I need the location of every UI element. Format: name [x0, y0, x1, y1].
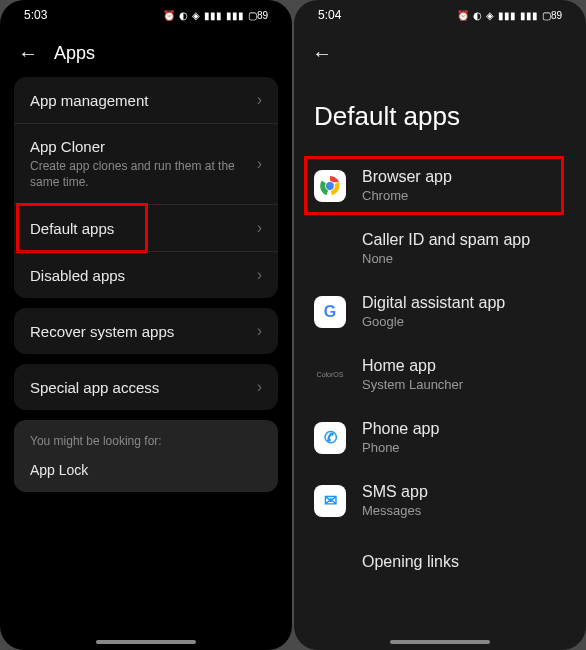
dnd-icon: ◐ [179, 10, 188, 21]
content: App management › App Cloner Create app c… [0, 77, 292, 650]
row-home-app[interactable]: ColorOS Home app System Launcher [294, 343, 586, 406]
phone-icon: ✆ [314, 422, 346, 454]
group-main: App management › App Cloner Create app c… [14, 77, 278, 298]
setting-title: SMS app [362, 483, 566, 501]
content: Browser app Chrome Caller ID and spam ap… [294, 154, 586, 650]
row-sms-app[interactable]: ✉ SMS app Messages [294, 469, 586, 532]
home-indicator[interactable] [390, 640, 490, 644]
coloros-icon: ColorOS [314, 359, 346, 391]
signal-icon-2: ▮▮▮ [520, 10, 538, 21]
setting-title: Phone app [362, 420, 566, 438]
setting-subtitle: None [362, 251, 566, 266]
row-title: Disabled apps [30, 267, 257, 284]
signal-icon-2: ▮▮▮ [226, 10, 244, 21]
row-recover-system-apps[interactable]: Recover system apps › [14, 308, 278, 354]
chevron-right-icon: › [257, 378, 262, 396]
wifi-icon: ◈ [192, 10, 200, 21]
row-title: App Cloner [30, 138, 257, 155]
setting-title: Home app [362, 357, 566, 375]
dnd-icon: ◐ [473, 10, 482, 21]
row-default-apps[interactable]: Default apps › [14, 204, 278, 251]
empty-icon [314, 546, 346, 578]
status-icons: ⏰ ◐ ◈ ▮▮▮ ▮▮▮ ▢89 [163, 10, 268, 21]
suggestion-card: You might be looking for: App Lock [14, 420, 278, 492]
status-icons: ⏰ ◐ ◈ ▮▮▮ ▮▮▮ ▢89 [457, 10, 562, 21]
setting-title: Opening links [362, 553, 566, 571]
back-icon[interactable]: ← [18, 42, 38, 65]
row-title: Special app access [30, 379, 257, 396]
setting-subtitle: System Launcher [362, 377, 566, 392]
row-disabled-apps[interactable]: Disabled apps › [14, 251, 278, 298]
row-caller-id-app[interactable]: Caller ID and spam app None [294, 217, 586, 280]
alarm-icon: ⏰ [163, 10, 175, 21]
header-title: Apps [54, 43, 95, 64]
setting-title: Browser app [362, 168, 566, 186]
row-phone-app[interactable]: ✆ Phone app Phone [294, 406, 586, 469]
row-special-app-access[interactable]: Special app access › [14, 364, 278, 410]
header: ← [294, 30, 586, 77]
status-bar: 5:04 ⏰ ◐ ◈ ▮▮▮ ▮▮▮ ▢89 [294, 0, 586, 30]
row-digital-assistant-app[interactable]: G Digital assistant app Google [294, 280, 586, 343]
chevron-right-icon: › [257, 155, 262, 173]
empty-icon [314, 233, 346, 265]
setting-subtitle: Chrome [362, 188, 566, 203]
sms-icon: ✉ [314, 485, 346, 517]
battery-icon: ▢89 [248, 10, 268, 21]
svg-point-2 [326, 182, 333, 189]
row-title: Recover system apps [30, 323, 257, 340]
setting-title: Caller ID and spam app [362, 231, 566, 249]
row-app-management[interactable]: App management › [14, 77, 278, 123]
signal-icon: ▮▮▮ [498, 10, 516, 21]
group-special: Special app access › [14, 364, 278, 410]
row-app-cloner[interactable]: App Cloner Create app clones and run the… [14, 123, 278, 204]
row-title: App management [30, 92, 257, 109]
setting-subtitle: Messages [362, 503, 566, 518]
row-subtitle: Create app clones and run them at the sa… [30, 159, 257, 190]
header: ← Apps [0, 30, 292, 77]
status-time: 5:04 [318, 8, 341, 22]
row-title: Default apps [30, 220, 257, 237]
group-recover: Recover system apps › [14, 308, 278, 354]
alarm-icon: ⏰ [457, 10, 469, 21]
signal-icon: ▮▮▮ [204, 10, 222, 21]
chevron-right-icon: › [257, 219, 262, 237]
wifi-icon: ◈ [486, 10, 494, 21]
battery-icon: ▢89 [542, 10, 562, 21]
row-opening-links[interactable]: Opening links [294, 532, 586, 592]
back-icon[interactable]: ← [312, 42, 332, 65]
setting-subtitle: Google [362, 314, 566, 329]
setting-title: Digital assistant app [362, 294, 566, 312]
google-icon: G [314, 296, 346, 328]
screen-apps: 5:03 ⏰ ◐ ◈ ▮▮▮ ▮▮▮ ▢89 ← Apps App manage… [0, 0, 292, 650]
suggest-item-app-lock[interactable]: App Lock [30, 462, 262, 478]
chevron-right-icon: › [257, 91, 262, 109]
status-bar: 5:03 ⏰ ◐ ◈ ▮▮▮ ▮▮▮ ▢89 [0, 0, 292, 30]
setting-subtitle: Phone [362, 440, 566, 455]
home-indicator[interactable] [96, 640, 196, 644]
screen-default-apps: 5:04 ⏰ ◐ ◈ ▮▮▮ ▮▮▮ ▢89 ← Default apps Br… [294, 0, 586, 650]
chrome-icon [314, 170, 346, 202]
suggest-label: You might be looking for: [30, 434, 262, 448]
chevron-right-icon: › [257, 322, 262, 340]
page-title: Default apps [294, 77, 586, 154]
row-browser-app[interactable]: Browser app Chrome [294, 154, 586, 217]
status-time: 5:03 [24, 8, 47, 22]
chevron-right-icon: › [257, 266, 262, 284]
